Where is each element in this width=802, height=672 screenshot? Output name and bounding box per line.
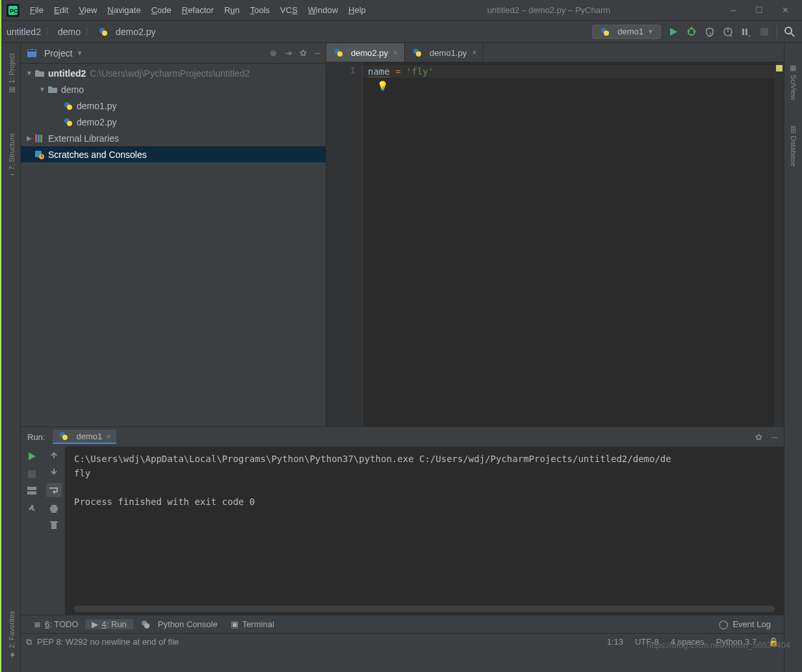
maximize-button[interactable]: ☐ [753, 5, 766, 15]
intention-bulb-icon[interactable]: 💡 [377, 79, 388, 92]
menu-tools[interactable]: Tools [245, 3, 275, 18]
tree-scratches[interactable]: Scratches and Consoles [21, 146, 326, 162]
svg-rect-41 [27, 487, 36, 490]
menu-window[interactable]: Window [303, 3, 343, 18]
stop-button[interactable] [758, 26, 770, 38]
pin-button[interactable] [27, 504, 36, 513]
menu-file[interactable]: File [25, 3, 49, 18]
status-indent[interactable]: 4 spaces [671, 637, 705, 647]
status-pos[interactable]: 1:13 [607, 637, 623, 647]
editor-tab-demo2[interactable]: demo2.py × [326, 44, 405, 62]
run-label: Run: [27, 432, 45, 442]
warning-marker-icon[interactable] [776, 65, 783, 71]
tool-run[interactable]: ▶4: Run [85, 619, 133, 629]
editor-error-stripe[interactable] [775, 62, 784, 426]
hide-icon[interactable]: ─ [771, 432, 777, 442]
run-tab[interactable]: demo1 × [53, 430, 116, 444]
tool-tab-sciview[interactable]: ▦SciView [789, 64, 797, 100]
terminal-icon: ▣ [231, 619, 239, 629]
settings-gear-icon[interactable]: ✿ [300, 48, 307, 58]
project-panel: Project ▼ ⊕ ⇥ ✿ ─ ▼ untitled2 [21, 43, 326, 426]
run-config-selector[interactable]: demo1 ▼ [592, 25, 661, 39]
tool-tab-favorites[interactable]: ★ 2: Favorites [7, 611, 16, 659]
search-button[interactable] [784, 26, 796, 38]
svg-rect-29 [38, 135, 40, 142]
run-console[interactable]: C:\Users\wdj\AppData\Local\Programs\Pyth… [65, 446, 784, 615]
tool-tab-database[interactable]: 🗄Database [790, 126, 797, 166]
print-button[interactable] [49, 505, 58, 513]
next-button[interactable] [50, 467, 58, 475]
menu-navigate[interactable]: Navigate [102, 3, 146, 18]
rerun-button[interactable] [27, 452, 36, 461]
menu-code[interactable]: Code [146, 3, 177, 18]
menu-help[interactable]: Help [343, 3, 371, 18]
scratches-icon [34, 149, 45, 160]
editor-tab-demo1[interactable]: demo1.py × [405, 44, 484, 62]
folder-icon [47, 84, 58, 95]
run-button[interactable] [667, 26, 679, 38]
python-file-icon [97, 27, 109, 37]
editor-body[interactable]: 1 name = 'fly' 💡 [326, 62, 784, 426]
tree-file-demo1[interactable]: demo1.py [21, 97, 326, 114]
status-lock-icon[interactable]: 🔒 [768, 637, 779, 647]
svg-rect-46 [51, 523, 57, 529]
svg-marker-18 [749, 35, 751, 37]
status-encoding[interactable]: UTF-8 [635, 637, 659, 647]
svg-marker-15 [731, 35, 732, 37]
stop-button[interactable] [28, 470, 36, 478]
locate-icon[interactable]: ⊕ [270, 48, 277, 58]
coverage-button[interactable] [704, 26, 716, 38]
svg-rect-43 [50, 507, 58, 511]
status-icon[interactable]: ⧉ [26, 637, 32, 647]
close-run-tab-icon[interactable]: × [106, 432, 111, 441]
svg-marker-39 [29, 452, 36, 460]
layout-button[interactable] [27, 487, 36, 495]
status-python[interactable]: Python 3.7 [716, 637, 757, 647]
close-button[interactable]: ✕ [779, 5, 792, 15]
menu-run[interactable]: Run [219, 3, 245, 18]
left-color-border [0, 0, 3, 672]
menu-view[interactable]: View [73, 3, 102, 18]
concurrency-button[interactable] [740, 26, 752, 38]
tool-tab-project[interactable]: ▤ 1: Project [7, 53, 16, 94]
tool-todo[interactable]: ≣6: TODO [27, 619, 85, 629]
structure-tool-icon: ⫞ [8, 173, 16, 177]
svg-point-34 [337, 51, 343, 57]
project-tree[interactable]: ▼ untitled2 C:\Users\wdj\PycharmProjects… [21, 64, 326, 426]
minimize-button[interactable]: ─ [727, 5, 740, 15]
hide-icon[interactable]: ─ [315, 48, 320, 58]
breadcrumb-folder[interactable]: demo [58, 27, 81, 37]
settings-gear-icon[interactable]: ✿ [755, 432, 762, 442]
tool-terminal[interactable]: ▣Terminal [224, 619, 281, 629]
project-panel-title[interactable]: Project [44, 48, 73, 58]
svg-rect-40 [28, 470, 36, 478]
soft-wrap-button[interactable] [46, 483, 62, 497]
close-tab-icon[interactable]: × [471, 48, 478, 57]
breadcrumb-file[interactable]: demo2.py [116, 27, 155, 37]
tree-ext-libraries[interactable]: ▶ External Libraries [21, 130, 326, 146]
horizontal-scrollbar[interactable] [74, 606, 775, 612]
tree-folder[interactable]: ▼ demo [21, 81, 326, 97]
main-menu: File Edit View Navigate Code Refactor Ru… [25, 3, 371, 18]
tool-python-console[interactable]: Python Console [133, 619, 224, 630]
svg-rect-42 [27, 491, 36, 495]
clear-button[interactable] [50, 521, 58, 530]
menu-refactor[interactable]: Refactor [177, 3, 219, 18]
run-config-label: demo1 [617, 27, 643, 36]
star-icon: ★ [7, 651, 16, 659]
tree-file-demo2[interactable]: demo2.py [21, 114, 326, 130]
profile-button[interactable] [722, 26, 734, 38]
event-log-icon: ◯ [719, 619, 729, 629]
tree-root[interactable]: ▼ untitled2 C:\Users\wdj\PycharmProjects… [21, 65, 326, 81]
previous-button[interactable] [50, 452, 58, 459]
code-area[interactable]: name = 'fly' 💡 [363, 62, 775, 426]
breadcrumb-project[interactable]: untitled2 [6, 27, 41, 37]
menu-edit[interactable]: Edit [49, 3, 73, 18]
close-tab-icon[interactable]: × [392, 48, 399, 57]
collapse-icon[interactable]: ⇥ [285, 48, 292, 58]
tool-tab-structure[interactable]: ⫞ 7: Structure [8, 133, 16, 177]
chevron-down-icon[interactable]: ▼ [77, 49, 83, 57]
event-log[interactable]: ◯Event Log [712, 619, 777, 629]
debug-button[interactable] [686, 26, 697, 38]
menu-vcs[interactable]: VCS [275, 3, 303, 18]
